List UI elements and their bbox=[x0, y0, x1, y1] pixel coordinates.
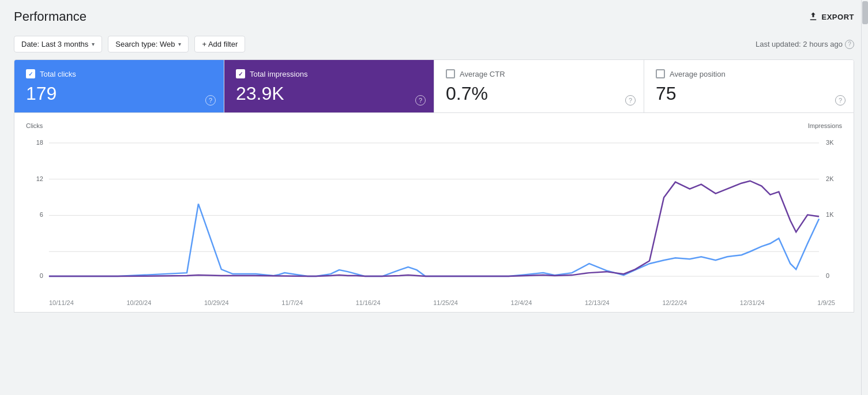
scrollbar[interactable] bbox=[861, 0, 868, 395]
x-label-6: 12/4/24 bbox=[511, 299, 532, 306]
svg-text:0: 0 bbox=[40, 272, 43, 279]
header-bar: Performance EXPORT bbox=[0, 0, 868, 31]
filter-group: Date: Last 3 months ▾ Search type: Web ▾… bbox=[14, 36, 245, 52]
last-updated-text: Last updated: 2 hours ago ? bbox=[756, 40, 854, 49]
svg-text:18: 18 bbox=[36, 139, 43, 146]
page-wrapper: Performance EXPORT Date: Last 3 months ▾… bbox=[0, 0, 868, 313]
impressions-line bbox=[49, 181, 819, 276]
date-filter-button[interactable]: Date: Last 3 months ▾ bbox=[14, 36, 102, 52]
average-position-value: 75 bbox=[656, 83, 842, 104]
x-label-10: 1/9/25 bbox=[817, 299, 835, 306]
last-updated-help-icon[interactable]: ? bbox=[845, 40, 854, 49]
svg-text:12: 12 bbox=[36, 175, 43, 182]
average-ctr-value: 0.7% bbox=[446, 83, 632, 104]
metric-card-total-impressions[interactable]: ✓ Total impressions 23.9K ? bbox=[224, 60, 434, 112]
total-impressions-label: Total impressions bbox=[250, 70, 307, 78]
scrollbar-thumb[interactable] bbox=[862, 1, 868, 24]
average-position-help-icon[interactable]: ? bbox=[835, 95, 846, 106]
total-clicks-checkmark: ✓ bbox=[28, 71, 33, 77]
total-impressions-checkmark: ✓ bbox=[238, 71, 243, 77]
svg-text:0: 0 bbox=[826, 272, 829, 279]
total-clicks-label: Total clicks bbox=[40, 70, 76, 78]
x-label-0: 10/11/24 bbox=[49, 299, 74, 306]
export-icon bbox=[808, 12, 818, 22]
metric-card-average-position[interactable]: Average position 75 ? bbox=[644, 60, 854, 112]
metrics-row: ✓ Total clicks 179 ? ✓ Total impressions… bbox=[14, 59, 854, 113]
metric-card-total-clicks[interactable]: ✓ Total clicks 179 ? bbox=[14, 60, 224, 112]
add-filter-label: + Add filter bbox=[202, 40, 238, 48]
svg-text:3K: 3K bbox=[826, 139, 834, 146]
total-impressions-value: 23.9K bbox=[236, 83, 422, 104]
total-clicks-help-icon[interactable]: ? bbox=[205, 95, 216, 106]
x-axis-labels: 10/11/24 10/20/24 10/29/24 11/7/24 11/16… bbox=[26, 299, 842, 306]
x-label-1: 10/20/24 bbox=[126, 299, 151, 306]
y-left-label: Clicks bbox=[26, 122, 43, 129]
average-ctr-help-icon[interactable]: ? bbox=[625, 95, 636, 106]
average-ctr-checkbox[interactable] bbox=[446, 69, 455, 78]
x-label-4: 11/16/24 bbox=[356, 299, 381, 306]
total-clicks-value: 179 bbox=[26, 83, 212, 104]
total-clicks-checkbox[interactable]: ✓ bbox=[26, 69, 35, 78]
average-ctr-label: Average CTR bbox=[460, 70, 505, 78]
metric-card-average-ctr[interactable]: Average CTR 0.7% ? bbox=[434, 60, 644, 112]
svg-text:1K: 1K bbox=[826, 211, 834, 218]
date-filter-label: Date: Last 3 months bbox=[21, 40, 88, 48]
x-label-2: 10/29/24 bbox=[204, 299, 229, 306]
page-title: Performance bbox=[14, 9, 87, 24]
x-label-9: 12/31/24 bbox=[740, 299, 765, 306]
date-chevron-icon: ▾ bbox=[92, 41, 95, 47]
export-label: EXPORT bbox=[822, 13, 854, 21]
svg-text:6: 6 bbox=[40, 211, 43, 218]
chart-area: Clicks Impressions 18 12 6 0 3K 2K 1K bbox=[14, 113, 854, 313]
chart-container: 18 12 6 0 3K 2K 1K 0 bbox=[26, 131, 842, 298]
y-right-label: Impressions bbox=[808, 122, 842, 129]
performance-chart: 18 12 6 0 3K 2K 1K 0 bbox=[26, 131, 842, 298]
average-position-checkbox[interactable] bbox=[656, 69, 665, 78]
add-filter-button[interactable]: + Add filter bbox=[194, 36, 245, 52]
search-type-filter-button[interactable]: Search type: Web ▾ bbox=[108, 36, 189, 52]
search-type-filter-label: Search type: Web bbox=[115, 40, 175, 48]
export-button[interactable]: EXPORT bbox=[808, 12, 854, 22]
x-label-5: 11/25/24 bbox=[433, 299, 458, 306]
clicks-line bbox=[49, 204, 819, 277]
total-impressions-checkbox[interactable]: ✓ bbox=[236, 69, 245, 78]
average-position-label: Average position bbox=[670, 70, 726, 78]
filter-bar: Date: Last 3 months ▾ Search type: Web ▾… bbox=[0, 31, 868, 59]
x-label-3: 11/7/24 bbox=[281, 299, 303, 306]
svg-text:2K: 2K bbox=[826, 175, 834, 182]
x-label-7: 12/13/24 bbox=[585, 299, 610, 306]
x-label-8: 12/22/24 bbox=[662, 299, 687, 306]
total-impressions-help-icon[interactable]: ? bbox=[415, 95, 426, 106]
search-type-chevron-icon: ▾ bbox=[178, 41, 181, 47]
